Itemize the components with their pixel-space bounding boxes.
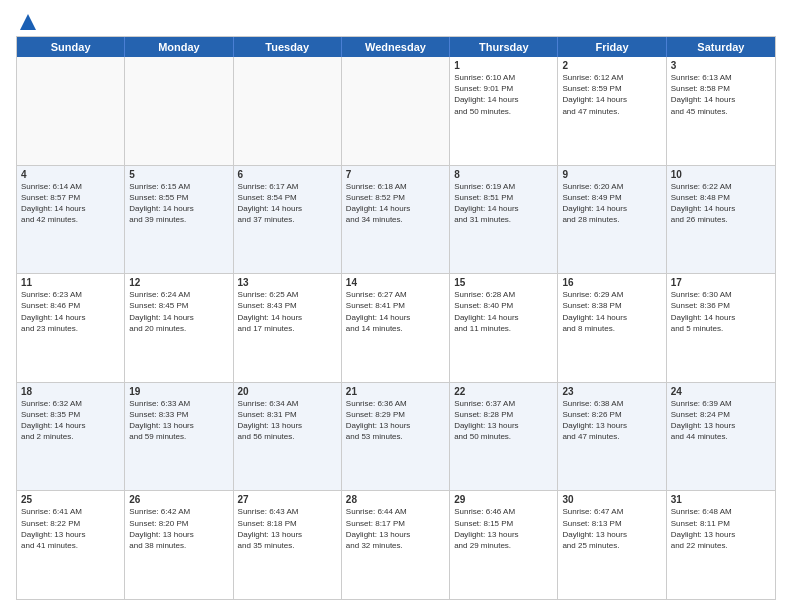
header-saturday: Saturday (667, 37, 775, 57)
day-number: 13 (238, 277, 337, 288)
day-number: 10 (671, 169, 771, 180)
header-monday: Monday (125, 37, 233, 57)
cal-cell-4: 4Sunrise: 6:14 AM Sunset: 8:57 PM Daylig… (17, 166, 125, 274)
calendar-body: 1Sunrise: 6:10 AM Sunset: 9:01 PM Daylig… (17, 57, 775, 599)
day-info: Sunrise: 6:29 AM Sunset: 8:38 PM Dayligh… (562, 289, 661, 334)
day-number: 21 (346, 386, 445, 397)
day-number: 15 (454, 277, 553, 288)
calendar-row-4: 18Sunrise: 6:32 AM Sunset: 8:35 PM Dayli… (17, 383, 775, 492)
cal-cell-26: 26Sunrise: 6:42 AM Sunset: 8:20 PM Dayli… (125, 491, 233, 599)
day-number: 12 (129, 277, 228, 288)
cal-cell-18: 18Sunrise: 6:32 AM Sunset: 8:35 PM Dayli… (17, 383, 125, 491)
cal-cell-3: 3Sunrise: 6:13 AM Sunset: 8:58 PM Daylig… (667, 57, 775, 165)
calendar-row-2: 4Sunrise: 6:14 AM Sunset: 8:57 PM Daylig… (17, 166, 775, 275)
header (16, 12, 776, 28)
cal-cell-9: 9Sunrise: 6:20 AM Sunset: 8:49 PM Daylig… (558, 166, 666, 274)
day-number: 22 (454, 386, 553, 397)
day-info: Sunrise: 6:23 AM Sunset: 8:46 PM Dayligh… (21, 289, 120, 334)
day-number: 11 (21, 277, 120, 288)
cal-cell-empty-0 (17, 57, 125, 165)
logo-icon (18, 12, 38, 32)
header-wednesday: Wednesday (342, 37, 450, 57)
day-info: Sunrise: 6:25 AM Sunset: 8:43 PM Dayligh… (238, 289, 337, 334)
cal-cell-8: 8Sunrise: 6:19 AM Sunset: 8:51 PM Daylig… (450, 166, 558, 274)
day-number: 30 (562, 494, 661, 505)
cal-cell-21: 21Sunrise: 6:36 AM Sunset: 8:29 PM Dayli… (342, 383, 450, 491)
day-info: Sunrise: 6:30 AM Sunset: 8:36 PM Dayligh… (671, 289, 771, 334)
day-number: 27 (238, 494, 337, 505)
day-info: Sunrise: 6:22 AM Sunset: 8:48 PM Dayligh… (671, 181, 771, 226)
day-number: 23 (562, 386, 661, 397)
day-number: 17 (671, 277, 771, 288)
day-number: 18 (21, 386, 120, 397)
day-info: Sunrise: 6:37 AM Sunset: 8:28 PM Dayligh… (454, 398, 553, 443)
day-info: Sunrise: 6:47 AM Sunset: 8:13 PM Dayligh… (562, 506, 661, 551)
cal-cell-16: 16Sunrise: 6:29 AM Sunset: 8:38 PM Dayli… (558, 274, 666, 382)
header-sunday: Sunday (17, 37, 125, 57)
day-info: Sunrise: 6:41 AM Sunset: 8:22 PM Dayligh… (21, 506, 120, 551)
day-number: 29 (454, 494, 553, 505)
cal-cell-empty-1 (125, 57, 233, 165)
day-number: 19 (129, 386, 228, 397)
day-info: Sunrise: 6:13 AM Sunset: 8:58 PM Dayligh… (671, 72, 771, 117)
cal-cell-25: 25Sunrise: 6:41 AM Sunset: 8:22 PM Dayli… (17, 491, 125, 599)
cal-cell-20: 20Sunrise: 6:34 AM Sunset: 8:31 PM Dayli… (234, 383, 342, 491)
day-info: Sunrise: 6:44 AM Sunset: 8:17 PM Dayligh… (346, 506, 445, 551)
cal-cell-7: 7Sunrise: 6:18 AM Sunset: 8:52 PM Daylig… (342, 166, 450, 274)
cal-cell-29: 29Sunrise: 6:46 AM Sunset: 8:15 PM Dayli… (450, 491, 558, 599)
header-friday: Friday (558, 37, 666, 57)
day-number: 9 (562, 169, 661, 180)
cal-cell-empty-2 (234, 57, 342, 165)
day-number: 25 (21, 494, 120, 505)
day-info: Sunrise: 6:14 AM Sunset: 8:57 PM Dayligh… (21, 181, 120, 226)
day-info: Sunrise: 6:33 AM Sunset: 8:33 PM Dayligh… (129, 398, 228, 443)
day-number: 28 (346, 494, 445, 505)
calendar-row-5: 25Sunrise: 6:41 AM Sunset: 8:22 PM Dayli… (17, 491, 775, 599)
day-info: Sunrise: 6:46 AM Sunset: 8:15 PM Dayligh… (454, 506, 553, 551)
day-number: 24 (671, 386, 771, 397)
day-info: Sunrise: 6:48 AM Sunset: 8:11 PM Dayligh… (671, 506, 771, 551)
day-info: Sunrise: 6:12 AM Sunset: 8:59 PM Dayligh… (562, 72, 661, 117)
day-info: Sunrise: 6:17 AM Sunset: 8:54 PM Dayligh… (238, 181, 337, 226)
day-info: Sunrise: 6:20 AM Sunset: 8:49 PM Dayligh… (562, 181, 661, 226)
cal-cell-12: 12Sunrise: 6:24 AM Sunset: 8:45 PM Dayli… (125, 274, 233, 382)
cal-cell-28: 28Sunrise: 6:44 AM Sunset: 8:17 PM Dayli… (342, 491, 450, 599)
day-number: 5 (129, 169, 228, 180)
day-info: Sunrise: 6:36 AM Sunset: 8:29 PM Dayligh… (346, 398, 445, 443)
calendar-header: Sunday Monday Tuesday Wednesday Thursday… (17, 37, 775, 57)
cal-cell-22: 22Sunrise: 6:37 AM Sunset: 8:28 PM Dayli… (450, 383, 558, 491)
day-info: Sunrise: 6:28 AM Sunset: 8:40 PM Dayligh… (454, 289, 553, 334)
day-info: Sunrise: 6:42 AM Sunset: 8:20 PM Dayligh… (129, 506, 228, 551)
cal-cell-19: 19Sunrise: 6:33 AM Sunset: 8:33 PM Dayli… (125, 383, 233, 491)
page: Sunday Monday Tuesday Wednesday Thursday… (0, 0, 792, 612)
cal-cell-14: 14Sunrise: 6:27 AM Sunset: 8:41 PM Dayli… (342, 274, 450, 382)
day-number: 31 (671, 494, 771, 505)
day-info: Sunrise: 6:18 AM Sunset: 8:52 PM Dayligh… (346, 181, 445, 226)
cal-cell-11: 11Sunrise: 6:23 AM Sunset: 8:46 PM Dayli… (17, 274, 125, 382)
day-info: Sunrise: 6:10 AM Sunset: 9:01 PM Dayligh… (454, 72, 553, 117)
day-info: Sunrise: 6:15 AM Sunset: 8:55 PM Dayligh… (129, 181, 228, 226)
day-number: 6 (238, 169, 337, 180)
calendar-row-3: 11Sunrise: 6:23 AM Sunset: 8:46 PM Dayli… (17, 274, 775, 383)
day-number: 16 (562, 277, 661, 288)
day-info: Sunrise: 6:32 AM Sunset: 8:35 PM Dayligh… (21, 398, 120, 443)
cal-cell-27: 27Sunrise: 6:43 AM Sunset: 8:18 PM Dayli… (234, 491, 342, 599)
day-number: 3 (671, 60, 771, 71)
cal-cell-6: 6Sunrise: 6:17 AM Sunset: 8:54 PM Daylig… (234, 166, 342, 274)
cal-cell-5: 5Sunrise: 6:15 AM Sunset: 8:55 PM Daylig… (125, 166, 233, 274)
day-info: Sunrise: 6:19 AM Sunset: 8:51 PM Dayligh… (454, 181, 553, 226)
day-info: Sunrise: 6:39 AM Sunset: 8:24 PM Dayligh… (671, 398, 771, 443)
day-number: 20 (238, 386, 337, 397)
cal-cell-23: 23Sunrise: 6:38 AM Sunset: 8:26 PM Dayli… (558, 383, 666, 491)
day-number: 4 (21, 169, 120, 180)
cal-cell-1: 1Sunrise: 6:10 AM Sunset: 9:01 PM Daylig… (450, 57, 558, 165)
header-thursday: Thursday (450, 37, 558, 57)
day-number: 26 (129, 494, 228, 505)
cal-cell-2: 2Sunrise: 6:12 AM Sunset: 8:59 PM Daylig… (558, 57, 666, 165)
cal-cell-10: 10Sunrise: 6:22 AM Sunset: 8:48 PM Dayli… (667, 166, 775, 274)
day-number: 2 (562, 60, 661, 71)
day-info: Sunrise: 6:27 AM Sunset: 8:41 PM Dayligh… (346, 289, 445, 334)
calendar: Sunday Monday Tuesday Wednesday Thursday… (16, 36, 776, 600)
day-info: Sunrise: 6:34 AM Sunset: 8:31 PM Dayligh… (238, 398, 337, 443)
logo (16, 12, 38, 28)
